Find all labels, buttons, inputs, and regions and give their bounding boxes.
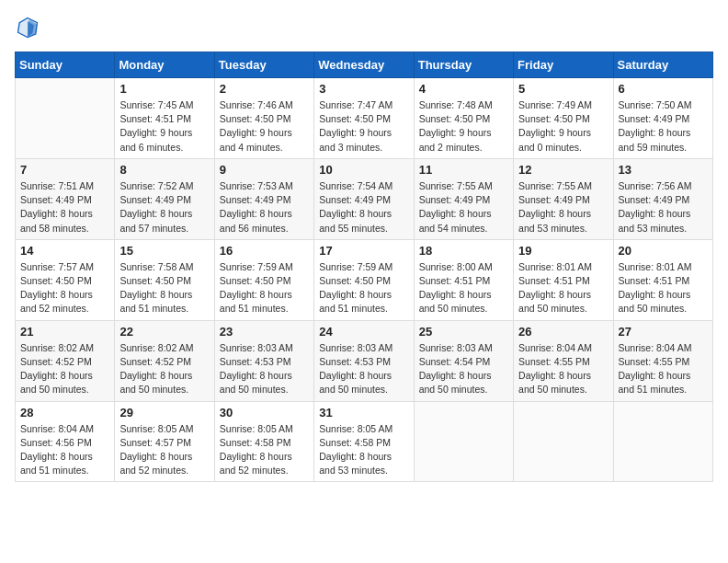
logo-icon <box>15 15 40 40</box>
calendar-cell: 27Sunrise: 8:04 AM Sunset: 4:55 PM Dayli… <box>613 320 712 401</box>
calendar-cell: 26Sunrise: 8:04 AM Sunset: 4:55 PM Dayli… <box>514 320 613 401</box>
calendar-cell: 30Sunrise: 8:05 AM Sunset: 4:58 PM Dayli… <box>214 401 313 482</box>
calendar-cell: 7Sunrise: 7:51 AM Sunset: 4:49 PM Daylig… <box>16 158 115 239</box>
calendar-cell <box>613 401 712 482</box>
day-info: Sunrise: 8:05 AM Sunset: 4:58 PM Dayligh… <box>220 422 309 478</box>
day-number: 17 <box>319 244 408 258</box>
calendar-cell: 23Sunrise: 8:03 AM Sunset: 4:53 PM Dayli… <box>214 320 313 401</box>
day-info: Sunrise: 7:55 AM Sunset: 4:49 PM Dayligh… <box>518 179 608 236</box>
day-number: 30 <box>220 406 309 419</box>
day-number: 24 <box>319 325 408 339</box>
day-info: Sunrise: 8:01 AM Sunset: 4:51 PM Dayligh… <box>619 260 708 316</box>
day-number: 15 <box>119 244 209 258</box>
day-info: Sunrise: 7:50 AM Sunset: 4:49 PM Dayligh… <box>619 98 708 155</box>
calendar-header-wednesday: Wednesday <box>314 52 414 78</box>
day-info: Sunrise: 8:04 AM Sunset: 4:56 PM Dayligh… <box>20 422 109 478</box>
day-number: 7 <box>20 163 109 177</box>
calendar-cell: 1Sunrise: 7:45 AM Sunset: 4:51 PM Daylig… <box>115 78 214 159</box>
calendar-header-thursday: Thursday <box>414 52 513 78</box>
calendar-cell: 2Sunrise: 7:46 AM Sunset: 4:50 PM Daylig… <box>214 78 313 159</box>
day-number: 21 <box>20 325 109 339</box>
day-info: Sunrise: 8:01 AM Sunset: 4:51 PM Dayligh… <box>518 260 608 316</box>
calendar-header-row: SundayMondayTuesdayWednesdayThursdayFrid… <box>16 52 713 78</box>
calendar-header-monday: Monday <box>115 52 214 78</box>
calendar-cell: 12Sunrise: 7:55 AM Sunset: 4:49 PM Dayli… <box>514 158 613 239</box>
day-info: Sunrise: 7:55 AM Sunset: 4:49 PM Dayligh… <box>419 179 508 236</box>
day-info: Sunrise: 7:59 AM Sunset: 4:50 PM Dayligh… <box>220 260 309 316</box>
calendar-week-row: 14Sunrise: 7:57 AM Sunset: 4:50 PM Dayli… <box>16 239 713 320</box>
day-info: Sunrise: 8:03 AM Sunset: 4:54 PM Dayligh… <box>419 341 508 397</box>
day-info: Sunrise: 7:51 AM Sunset: 4:49 PM Dayligh… <box>20 179 109 236</box>
day-info: Sunrise: 8:00 AM Sunset: 4:51 PM Dayligh… <box>419 260 508 316</box>
calendar-cell: 9Sunrise: 7:53 AM Sunset: 4:49 PM Daylig… <box>214 158 313 239</box>
day-number: 8 <box>119 163 209 177</box>
calendar-cell: 16Sunrise: 7:59 AM Sunset: 4:50 PM Dayli… <box>214 239 313 320</box>
calendar-cell: 3Sunrise: 7:47 AM Sunset: 4:50 PM Daylig… <box>314 78 414 159</box>
day-number: 29 <box>119 406 209 419</box>
calendar-cell: 18Sunrise: 8:00 AM Sunset: 4:51 PM Dayli… <box>414 239 513 320</box>
day-info: Sunrise: 7:46 AM Sunset: 4:50 PM Dayligh… <box>220 98 309 155</box>
logo <box>15 15 44 40</box>
day-number: 20 <box>619 244 708 258</box>
calendar-cell <box>414 401 513 482</box>
calendar-cell: 20Sunrise: 8:01 AM Sunset: 4:51 PM Dayli… <box>613 239 712 320</box>
day-info: Sunrise: 8:02 AM Sunset: 4:52 PM Dayligh… <box>20 341 109 397</box>
day-info: Sunrise: 7:47 AM Sunset: 4:50 PM Dayligh… <box>319 98 408 155</box>
calendar-cell: 11Sunrise: 7:55 AM Sunset: 4:49 PM Dayli… <box>414 158 513 239</box>
day-number: 10 <box>319 163 408 177</box>
calendar-cell: 17Sunrise: 7:59 AM Sunset: 4:50 PM Dayli… <box>314 239 414 320</box>
day-info: Sunrise: 7:59 AM Sunset: 4:50 PM Dayligh… <box>319 260 408 316</box>
calendar-week-row: 7Sunrise: 7:51 AM Sunset: 4:49 PM Daylig… <box>16 158 713 239</box>
day-info: Sunrise: 7:52 AM Sunset: 4:49 PM Dayligh… <box>119 179 209 236</box>
day-number: 26 <box>518 325 608 339</box>
day-info: Sunrise: 7:48 AM Sunset: 4:50 PM Dayligh… <box>419 98 508 155</box>
calendar-cell <box>16 78 115 159</box>
day-number: 5 <box>518 82 608 96</box>
calendar-week-row: 21Sunrise: 8:02 AM Sunset: 4:52 PM Dayli… <box>16 320 713 401</box>
calendar-cell <box>514 401 613 482</box>
calendar-cell: 13Sunrise: 7:56 AM Sunset: 4:49 PM Dayli… <box>613 158 712 239</box>
calendar-cell: 31Sunrise: 8:05 AM Sunset: 4:58 PM Dayli… <box>314 401 414 482</box>
day-info: Sunrise: 7:49 AM Sunset: 4:50 PM Dayligh… <box>518 98 608 155</box>
calendar-cell: 24Sunrise: 8:03 AM Sunset: 4:53 PM Dayli… <box>314 320 414 401</box>
calendar-week-row: 28Sunrise: 8:04 AM Sunset: 4:56 PM Dayli… <box>16 401 713 482</box>
day-number: 27 <box>619 325 708 339</box>
calendar-cell: 10Sunrise: 7:54 AM Sunset: 4:49 PM Dayli… <box>314 158 414 239</box>
day-number: 16 <box>220 244 309 258</box>
calendar-cell: 8Sunrise: 7:52 AM Sunset: 4:49 PM Daylig… <box>115 158 214 239</box>
calendar-cell: 6Sunrise: 7:50 AM Sunset: 4:49 PM Daylig… <box>613 78 712 159</box>
day-number: 19 <box>518 244 608 258</box>
day-number: 22 <box>119 325 209 339</box>
day-info: Sunrise: 7:57 AM Sunset: 4:50 PM Dayligh… <box>20 260 109 316</box>
day-info: Sunrise: 7:53 AM Sunset: 4:49 PM Dayligh… <box>220 179 309 236</box>
calendar-cell: 15Sunrise: 7:58 AM Sunset: 4:50 PM Dayli… <box>115 239 214 320</box>
day-number: 28 <box>20 406 109 419</box>
page-header <box>15 15 713 40</box>
calendar-cell: 29Sunrise: 8:05 AM Sunset: 4:57 PM Dayli… <box>115 401 214 482</box>
day-number: 23 <box>220 325 309 339</box>
calendar-cell: 21Sunrise: 8:02 AM Sunset: 4:52 PM Dayli… <box>16 320 115 401</box>
calendar-cell: 22Sunrise: 8:02 AM Sunset: 4:52 PM Dayli… <box>115 320 214 401</box>
calendar-week-row: 1Sunrise: 7:45 AM Sunset: 4:51 PM Daylig… <box>16 78 713 159</box>
day-number: 6 <box>619 82 708 96</box>
day-info: Sunrise: 7:58 AM Sunset: 4:50 PM Dayligh… <box>119 260 209 316</box>
calendar-cell: 14Sunrise: 7:57 AM Sunset: 4:50 PM Dayli… <box>16 239 115 320</box>
calendar-header-sunday: Sunday <box>16 52 115 78</box>
day-number: 31 <box>319 406 408 419</box>
calendar-cell: 25Sunrise: 8:03 AM Sunset: 4:54 PM Dayli… <box>414 320 513 401</box>
day-number: 4 <box>419 82 508 96</box>
day-info: Sunrise: 7:45 AM Sunset: 4:51 PM Dayligh… <box>119 98 209 155</box>
calendar-header-friday: Friday <box>514 52 613 78</box>
day-number: 14 <box>20 244 109 258</box>
day-number: 12 <box>518 163 608 177</box>
day-number: 1 <box>119 82 209 96</box>
day-info: Sunrise: 8:05 AM Sunset: 4:57 PM Dayligh… <box>119 422 209 478</box>
day-info: Sunrise: 7:56 AM Sunset: 4:49 PM Dayligh… <box>619 179 708 236</box>
day-info: Sunrise: 8:02 AM Sunset: 4:52 PM Dayligh… <box>119 341 209 397</box>
day-info: Sunrise: 8:03 AM Sunset: 4:53 PM Dayligh… <box>319 341 408 397</box>
day-info: Sunrise: 8:04 AM Sunset: 4:55 PM Dayligh… <box>518 341 608 397</box>
day-number: 13 <box>619 163 708 177</box>
calendar-cell: 19Sunrise: 8:01 AM Sunset: 4:51 PM Dayli… <box>514 239 613 320</box>
day-info: Sunrise: 7:54 AM Sunset: 4:49 PM Dayligh… <box>319 179 408 236</box>
day-number: 18 <box>419 244 508 258</box>
